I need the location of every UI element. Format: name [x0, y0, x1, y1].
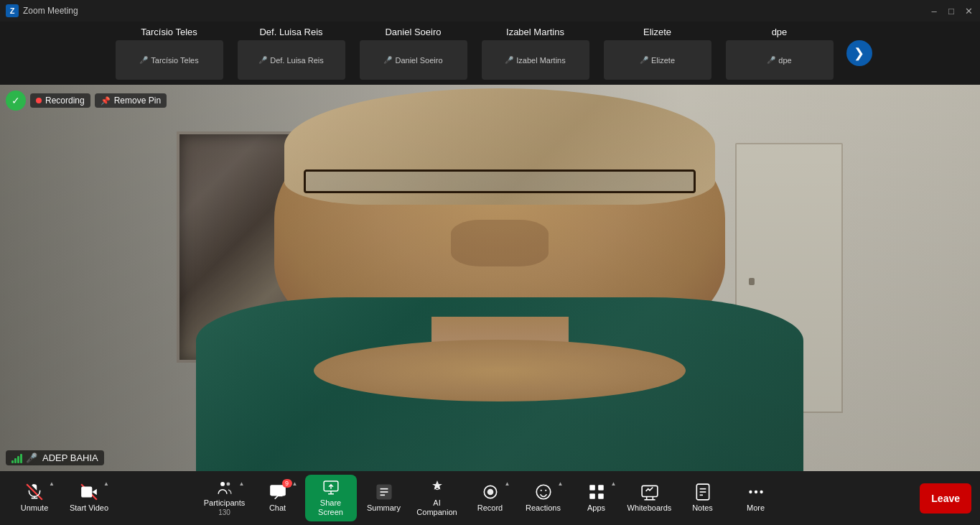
- unmute-caret[interactable]: ▲: [49, 480, 55, 487]
- svg-marker-7: [92, 489, 97, 496]
- svg-point-21: [540, 490, 541, 491]
- participant-video-daniel: 🎤 Daniel Soeiro: [360, 40, 467, 80]
- participant-label-elizete: 🎤 Elizete: [640, 56, 675, 65]
- security-shield[interactable]: ✓: [6, 90, 26, 111]
- participants-strip: Tarcísio Teles 🎤 Tarcísio Teles Def. Lui…: [0, 22, 980, 85]
- toolbar-right: Leave: [920, 483, 971, 514]
- signal-bar-2: [14, 458, 17, 463]
- participant-thumb-elizete[interactable]: Elizete 🎤 Elizete: [597, 24, 719, 83]
- participant-thumb-luisa[interactable]: Def. Luisa Reis 🎤 Def. Luisa Reis: [230, 24, 353, 83]
- mic-off-icon: [25, 483, 44, 501]
- main-video-feed: ✓ Recording 📌 Remove Pin 🎤 ADEP BAHIA: [0, 85, 980, 471]
- notes-icon: [694, 483, 712, 501]
- unmute-button[interactable]: ▲ Unmute: [9, 475, 60, 521]
- mic-muted-icon: 🎤: [640, 56, 648, 64]
- summary-button[interactable]: Summary: [358, 475, 410, 521]
- svg-rect-24: [598, 485, 604, 491]
- record-button[interactable]: ▲ Record: [465, 475, 516, 521]
- toolbar-center: ▲ 130 Participants130 ▲ 9 Chat: [199, 475, 782, 521]
- svg-point-19: [487, 489, 493, 496]
- participant-label-luisa: 🎤 Def. Luisa Reis: [258, 56, 324, 65]
- participants-button[interactable]: ▲ 130 Participants130: [199, 475, 251, 521]
- participants-count: 130: [218, 508, 230, 516]
- video-off-icon: [80, 483, 98, 501]
- participant-label-dpe: 🎤 dpe: [767, 56, 791, 65]
- recording-indicator: ✓ Recording 📌 Remove Pin: [6, 90, 167, 111]
- svg-point-9: [226, 482, 230, 485]
- chat-caret[interactable]: ▲: [292, 480, 298, 487]
- svg-point-22: [545, 490, 546, 491]
- record-caret[interactable]: ▲: [505, 480, 510, 487]
- pin-icon: 📌: [101, 96, 111, 106]
- ai-companion-icon: [428, 479, 447, 496]
- participant-video-elizete: 🎤 Elizete: [604, 40, 711, 80]
- participant-video-tarcisio: 🎤 Tarcísio Teles: [116, 40, 223, 80]
- participant-thumb-tarcisio[interactable]: Tarcísio Teles 🎤 Tarcísio Teles: [108, 24, 230, 83]
- apps-icon: [587, 483, 606, 501]
- toolbar-left: ▲ Unmute ▲ Start Video: [9, 475, 115, 521]
- mic-muted-icon: 🎤: [258, 56, 267, 64]
- participant-video-dpe: 🎤 dpe: [726, 40, 834, 80]
- apps-button[interactable]: ▲ Apps: [571, 475, 622, 521]
- reactions-icon: [534, 483, 553, 501]
- chat-button[interactable]: ▲ 9 Chat: [252, 475, 304, 521]
- mic-muted-icon: 🎤: [383, 56, 392, 64]
- svg-rect-23: [589, 485, 595, 491]
- reactions-button[interactable]: ▲ Reactions: [518, 475, 569, 521]
- more-button[interactable]: More: [730, 475, 782, 521]
- remove-pin-button[interactable]: 📌 Remove Pin: [95, 93, 167, 108]
- signal-bars: [11, 453, 22, 463]
- whiteboards-button[interactable]: Whiteboards: [624, 475, 676, 521]
- signal-bar-4: [20, 454, 22, 463]
- recording-badge: Recording: [30, 93, 90, 108]
- participant-label-tarcisio: 🎤 Tarcísio Teles: [139, 56, 198, 65]
- ai-companion-button[interactable]: AI Companion: [411, 475, 463, 521]
- participants-label-text: Participants: [204, 498, 245, 507]
- leave-button[interactable]: Leave: [920, 483, 971, 514]
- chat-badge: 9: [282, 479, 292, 488]
- mic-muted-icon: 🎤: [139, 56, 148, 64]
- main-video-area: ✓ Recording 📌 Remove Pin 🎤 ADEP BAHIA: [0, 85, 980, 471]
- share-screen-icon: [322, 479, 340, 496]
- svg-rect-25: [589, 494, 595, 500]
- mic-muted-icon: 🎤: [505, 56, 513, 64]
- start-video-button[interactable]: ▲ Start Video: [63, 475, 115, 521]
- signal-bar-1: [11, 460, 14, 463]
- speaker-name-label: 🎤 ADEP BAHIA: [6, 450, 104, 465]
- maximize-button[interactable]: □: [946, 5, 957, 17]
- apps-caret[interactable]: ▲: [611, 480, 617, 487]
- nose-shadow: [451, 220, 549, 266]
- person-hands: [314, 340, 686, 401]
- record-icon: [481, 483, 500, 501]
- participant-thumb-daniel[interactable]: Daniel Soeiro 🎤 Daniel Soeiro: [353, 24, 475, 83]
- title-bar: Z Zoom Meeting – □ ✕: [0, 0, 980, 22]
- participants-icon: 130: [215, 479, 234, 496]
- close-button[interactable]: ✕: [963, 5, 974, 17]
- app-icon: Z: [6, 4, 19, 17]
- toolbar: ▲ Unmute ▲ Start Video ▲: [0, 471, 980, 525]
- participant-thumb-izabel[interactable]: Izabel Martins 🎤 Izabel Martins: [475, 24, 597, 83]
- svg-point-37: [760, 491, 762, 493]
- participant-video-izabel: 🎤 Izabel Martins: [482, 40, 589, 80]
- participant-label-izabel: 🎤 Izabel Martins: [505, 56, 565, 65]
- svg-rect-6: [81, 487, 92, 498]
- share-screen-button[interactable]: Share Screen: [305, 475, 357, 521]
- summary-icon: [375, 483, 393, 501]
- video-caret[interactable]: ▲: [103, 480, 109, 487]
- participant-video-luisa: 🎤 Def. Luisa Reis: [238, 40, 345, 80]
- notes-button[interactable]: Notes: [677, 475, 729, 521]
- signal-bar-3: [17, 456, 19, 463]
- glasses: [304, 169, 696, 192]
- minimize-button[interactable]: –: [928, 5, 940, 17]
- scroll-right-button[interactable]: ❯: [846, 40, 872, 66]
- more-icon: [747, 483, 765, 501]
- mic-active-icon: 🎤: [26, 452, 37, 463]
- reactions-caret[interactable]: ▲: [558, 480, 564, 487]
- svg-point-35: [749, 491, 752, 493]
- participant-thumb-dpe[interactable]: dpe 🎤 dpe: [719, 24, 841, 83]
- app-title: Zoom Meeting: [23, 6, 928, 16]
- participants-caret[interactable]: ▲: [239, 480, 245, 487]
- svg-rect-26: [598, 494, 604, 500]
- recording-dot: [36, 98, 42, 103]
- window-controls[interactable]: – □ ✕: [928, 5, 974, 17]
